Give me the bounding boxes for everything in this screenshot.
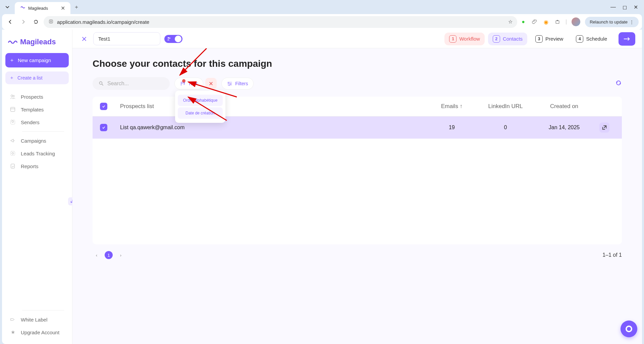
new-tab-button[interactable]: ＋ [74, 4, 79, 11]
sidebar-label: Upgrade Account [21, 330, 59, 335]
search-icon [99, 81, 104, 86]
browser-tab-strip: Magileads ✕ ＋ — ◻ ✕ [0, 0, 644, 14]
search-placeholder: Search... [107, 81, 129, 87]
step-label: Contacts [503, 36, 523, 42]
relaunch-button[interactable]: Relaunch to update ⋮ [585, 17, 639, 27]
tracking-icon [9, 150, 16, 156]
page-info: 1–1 of 1 [602, 252, 622, 258]
sidebar-bottom: White Label ★ Upgrade Account [5, 307, 69, 339]
relaunch-label: Relaunch to update [590, 19, 628, 24]
campaign-topbar: 1 Workflow 2 Contacts 3 Preview 4 Schedu… [72, 30, 642, 48]
refresh-button[interactable] [615, 80, 622, 88]
extensions-icon[interactable] [554, 18, 561, 25]
window-maximize-icon[interactable]: ◻ [623, 4, 627, 10]
sidebar-item-senders[interactable]: Senders [5, 116, 69, 129]
new-campaign-button[interactable]: ＋ New campaign [5, 53, 69, 67]
tab-search-dropdown[interactable] [3, 2, 12, 12]
open-list-button[interactable] [599, 122, 609, 133]
sort-button[interactable]: Trier [174, 78, 203, 90]
divider [22, 131, 64, 132]
sidebar-label: Prospects [21, 94, 43, 100]
close-campaign-button[interactable] [79, 34, 89, 44]
table-header-row: Prospects list Emails ↑ LinkedIn URL Cre… [93, 97, 622, 116]
clear-sort-button[interactable] [205, 78, 217, 89]
sidebar-item-white-label[interactable]: White Label [5, 313, 69, 326]
sidebar-label: Templates [21, 107, 44, 112]
sidebar-item-reports[interactable]: Reports [5, 160, 69, 173]
next-button[interactable] [619, 32, 635, 46]
ext-attachment-icon[interactable] [531, 18, 538, 25]
sidebar-label: Senders [21, 119, 40, 125]
template-icon [9, 106, 16, 112]
reload-button[interactable] [31, 17, 41, 27]
filters-label: Filters [235, 81, 248, 86]
svg-point-2 [13, 95, 14, 97]
step-preview[interactable]: 3 Preview [531, 33, 568, 45]
svg-rect-8 [11, 164, 15, 168]
step-label: Workflow [459, 36, 480, 42]
create-list-label: Create a list [17, 75, 43, 81]
search-input[interactable]: Search... [93, 77, 170, 90]
svg-point-1 [11, 95, 13, 97]
sidebar-item-templates[interactable]: Templates [5, 103, 69, 116]
plus-icon: ＋ [9, 75, 14, 81]
wizard-steps: 1 Workflow 2 Contacts 3 Preview 4 Schedu… [444, 32, 635, 46]
svg-point-10 [169, 37, 170, 39]
next-page-button[interactable]: › [117, 251, 125, 259]
row-checkbox[interactable] [100, 124, 117, 131]
people-icon [9, 94, 16, 100]
step-number: 3 [535, 35, 543, 43]
step-contacts[interactable]: 2 Contacts [488, 33, 527, 45]
step-schedule[interactable]: 4 Schedule [571, 33, 612, 45]
sidebar-item-upgrade[interactable]: ★ Upgrade Account [5, 326, 69, 339]
sidebar-item-leads-tracking[interactable]: Leads Tracking [5, 147, 69, 160]
bookmark-icon[interactable]: ☆ [508, 19, 513, 25]
page-1-button[interactable]: 1 [105, 251, 113, 259]
select-all-checkbox[interactable] [100, 103, 117, 110]
toggle-button[interactable] [164, 35, 182, 43]
sidebar-item-prospects[interactable]: Prospects [5, 90, 69, 103]
svg-point-7 [12, 152, 13, 154]
step-number: 2 [493, 35, 500, 43]
megaphone-icon [9, 138, 16, 144]
logo[interactable]: Magileads [5, 35, 69, 49]
forward-button[interactable] [18, 17, 28, 27]
help-chat-button[interactable] [621, 321, 637, 337]
sort-option-date[interactable]: Date de création [178, 107, 223, 119]
window-controls: — ◻ ✕ [610, 4, 641, 10]
svg-rect-6 [11, 151, 15, 156]
back-button[interactable] [5, 17, 15, 27]
table-row[interactable]: List qa.qawerk@gmail.com 19 0 Jan 14, 20… [93, 116, 622, 139]
header-emails[interactable]: Emails ↑ [427, 103, 477, 110]
main-area: 1 Workflow 2 Contacts 3 Preview 4 Schedu… [72, 30, 642, 344]
window-close-icon[interactable]: ✕ [634, 4, 638, 10]
sidebar-label: Campaigns [21, 138, 46, 144]
svg-point-9 [168, 37, 169, 38]
tab-favicon-icon [20, 5, 25, 11]
filter-icon [227, 81, 232, 86]
logo-icon [8, 39, 17, 45]
logo-text: Magileads [20, 38, 56, 46]
svg-point-16 [627, 327, 631, 331]
create-list-button[interactable]: ＋ Create a list [5, 71, 69, 84]
campaign-name-input[interactable] [93, 32, 160, 45]
controls-row: Search... Trier Filters [93, 77, 622, 90]
address-bar[interactable]: application.magileads.io/campaign/create… [44, 16, 517, 28]
header-name: Prospects list [117, 103, 427, 110]
ext-orange-icon[interactable]: ◉ [543, 18, 549, 25]
site-info-icon[interactable] [48, 19, 54, 25]
profile-avatar[interactable] [572, 17, 580, 26]
ext-green-icon[interactable]: ● [520, 18, 527, 25]
step-workflow[interactable]: 1 Workflow [444, 33, 484, 45]
header-linkedin: LinkedIn URL [477, 103, 534, 110]
prev-page-button[interactable]: ‹ [93, 251, 101, 259]
sort-label: Trier [188, 81, 198, 86]
window-minimize-icon[interactable]: — [610, 4, 616, 10]
browser-tab[interactable]: Magileads ✕ [15, 2, 70, 14]
filters-button[interactable]: Filters [221, 78, 254, 90]
sidebar-item-campaigns[interactable]: Campaigns [5, 134, 69, 147]
star-icon: ★ [9, 329, 16, 335]
sort-option-alpha[interactable]: Ordre alphabétique [178, 95, 223, 106]
tab-close-icon[interactable]: ✕ [61, 5, 65, 11]
page-title: Choose your contacts for this campaign [93, 58, 622, 69]
